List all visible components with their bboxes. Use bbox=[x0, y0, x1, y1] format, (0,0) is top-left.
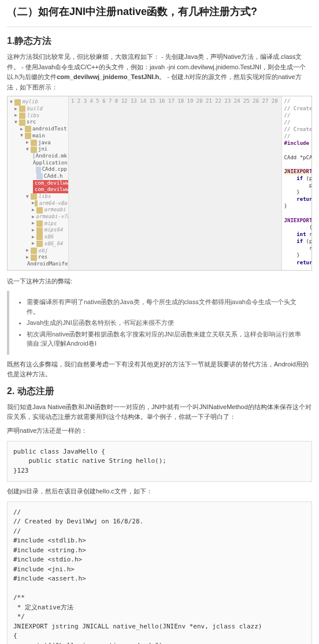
tree-item[interactable]: Android.mk bbox=[9, 153, 67, 160]
tree-item[interactable]: com_devilwwj_jni_TestJNI.h bbox=[9, 186, 67, 193]
tree-item[interactable]: ▶armeabi-v7a bbox=[9, 214, 67, 220]
cons-item: 需要编译所有声明了native函数的Java类，每个所生成的class文件都得用… bbox=[27, 297, 305, 316]
cons-quote: 需要编译所有声明了native函数的Java类，每个所生成的class文件都得用… bbox=[7, 291, 312, 355]
dyn-declare: 声明native方法还是一样的： bbox=[7, 426, 312, 436]
tree-item[interactable]: Application.mk bbox=[9, 160, 67, 167]
project-tree: ▼mylib▶build▶libs▼src▶androidTest▼main▶j… bbox=[8, 96, 69, 269]
page-title: （二）如何在JNI中注册native函数，有几种注册方式? bbox=[7, 0, 312, 27]
tree-item[interactable]: ▶x86 bbox=[9, 234, 67, 241]
tree-item[interactable]: ▶mips64 bbox=[9, 227, 67, 234]
static-bold-file: com_devilwwj_jnidemo_TestJNI.h bbox=[57, 73, 159, 80]
tree-item[interactable]: ▶arm64-v8a bbox=[9, 200, 67, 207]
section-dynamic-heading: 2. 动态注册 bbox=[7, 385, 312, 398]
tree-item[interactable]: ▶obj bbox=[9, 248, 67, 254]
cons-summary: 既然有这么多弊端，我们自然要考虑一下有没有其他更好的方法下一节就是我要讲的替代方… bbox=[7, 360, 312, 380]
tree-item[interactable]: ▼jni bbox=[9, 146, 67, 153]
cons-list: 需要编译所有声明了native函数的Java类，每个所生成的class文件都得用… bbox=[27, 297, 305, 349]
tree-item[interactable]: com_devilwwj_jni_TestJNI.cpp bbox=[9, 180, 67, 187]
section-static-heading: 1.静态方法 bbox=[7, 35, 312, 47]
code-area: 1 2 3 4 5 6 7 8 12 13 14 15 16 17 18 19 … bbox=[69, 96, 311, 269]
tree-item[interactable]: ▶libs bbox=[9, 113, 67, 119]
tree-item[interactable]: ▶x86_64 bbox=[9, 241, 67, 248]
divider bbox=[7, 27, 312, 27]
cons-item: 初次调用native函数时要根据函数名字搜索对应的JNI层函数来建立关联关系，这… bbox=[27, 330, 305, 349]
dyn-hello-c: 创建jni目录，然后在该目录创建hello.c文件，如下： bbox=[7, 486, 312, 497]
tree-item[interactable]: ▼mylib bbox=[9, 99, 67, 106]
dyn-intro: 我们知道Java Native函数和JNI函数时一一对应的，JNI中就有一个叫J… bbox=[7, 402, 312, 422]
code-hello-c: // // Created by DevilWwj on 16/8/28. //… bbox=[7, 501, 312, 644]
tree-item[interactable]: ▶res bbox=[9, 254, 67, 261]
ide-screenshot: ▼mylib▶build▶libs▼src▶androidTest▼main▶j… bbox=[7, 96, 312, 270]
tree-item[interactable]: AndroidManifest.xml bbox=[9, 261, 67, 268]
tree-item[interactable]: ▼src bbox=[9, 119, 67, 126]
tree-item[interactable]: ▶armeabi bbox=[9, 207, 67, 214]
tree-item[interactable]: ▶mips bbox=[9, 220, 67, 227]
static-description: 这种方法我们比较常见，但比较麻烦，大致流程如下： - 先创建Java类，声明Na… bbox=[7, 52, 312, 92]
cons-intro: 说一下这种方法的弊端: bbox=[7, 276, 312, 287]
editor: // // Created by DevilWwj on 16/4/30. //… bbox=[282, 96, 311, 269]
tree-item[interactable]: ▶java bbox=[9, 140, 67, 147]
tree-item[interactable]: CAdd.h bbox=[9, 173, 67, 180]
tree-item[interactable]: ▶build bbox=[9, 106, 67, 113]
line-gutter: 1 2 3 4 5 6 7 8 12 13 14 15 16 17 18 19 … bbox=[69, 96, 282, 269]
tree-item[interactable]: ▶androidTest bbox=[9, 126, 67, 133]
code-java-hello: public class JavaHello { public static n… bbox=[7, 441, 312, 482]
tree-item[interactable]: ▼libs bbox=[9, 193, 67, 200]
tree-item[interactable]: ▼main bbox=[9, 133, 67, 140]
cons-item: Javah生成的JNI层函数名特别长，书写起来很不方便 bbox=[27, 318, 305, 328]
tree-item[interactable]: CAdd.cpp bbox=[9, 166, 67, 173]
